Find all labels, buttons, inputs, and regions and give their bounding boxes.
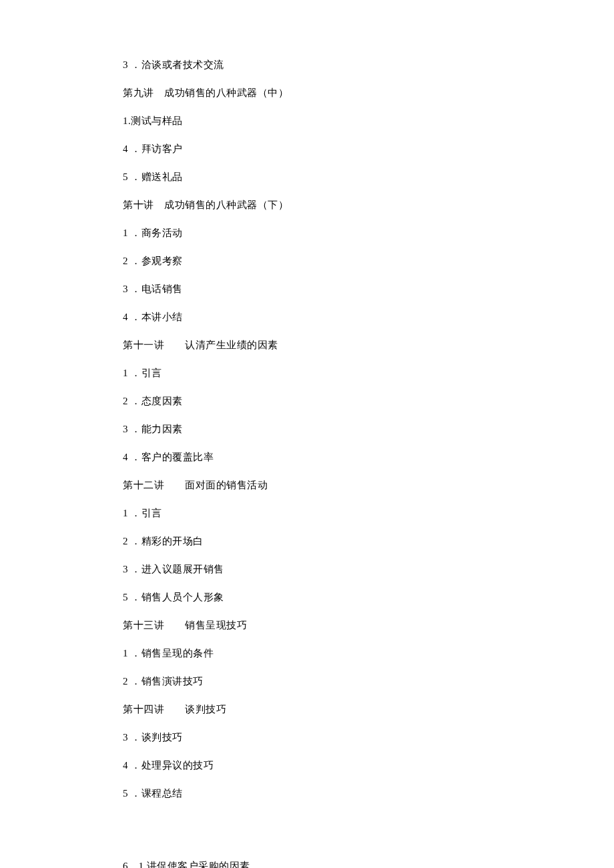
toc-item: 1 ．销售呈现的条件 (123, 648, 614, 659)
toc-item: 1 ．商务活动 (123, 228, 614, 238)
lecture-heading-11: 第十一讲 认清产生业绩的因素 (123, 340, 614, 350)
toc-item: 4 ．本讲小结 (123, 312, 614, 322)
toc-item: 1 ．引言 (123, 368, 614, 378)
toc-item: 5 ．课程总结 (123, 789, 614, 799)
lecture-heading-10: 第十讲 成功销售的八种武器（下） (123, 200, 614, 210)
toc-item: 4 ．处理异议的技巧 (123, 761, 614, 771)
toc-item: 1 ．引言 (123, 508, 614, 518)
toc-item: 2 ．销售演讲技巧 (123, 677, 614, 687)
chapter-heading: 6 1 讲促使客户采购的因素 (123, 861, 614, 868)
toc-item: 4 ．客户的覆盖比率 (123, 452, 614, 462)
toc-item: 3 ．洽谈或者技术交流 (123, 60, 614, 70)
toc-item: 3 ．能力因素 (123, 424, 614, 434)
blank-spacer (123, 817, 614, 843)
toc-item: 5 ．赠送礼品 (123, 172, 614, 182)
toc-item: 3 ．电话销售 (123, 284, 614, 294)
toc-item: 5 ．销售人员个人形象 (123, 592, 614, 602)
toc-item: 2 ．参观考察 (123, 256, 614, 266)
toc-item: 3 ．谈判技巧 (123, 733, 614, 743)
lecture-heading-13: 第十三讲 销售呈现技巧 (123, 620, 614, 630)
toc-item: 4 ．拜访客户 (123, 144, 614, 154)
toc-item: 2 ．精彩的开场白 (123, 536, 614, 546)
toc-item: 3 ．进入议题展开销售 (123, 564, 614, 574)
lecture-heading-9: 第九讲 成功销售的八种武器（中） (123, 88, 614, 98)
toc-item: 2 ．态度因素 (123, 396, 614, 406)
lecture-heading-12: 第十二讲 面对面的销售活动 (123, 480, 614, 490)
lecture-heading-14: 第十四讲 谈判技巧 (123, 705, 614, 715)
toc-item: 1.测试与样品 (123, 116, 614, 126)
